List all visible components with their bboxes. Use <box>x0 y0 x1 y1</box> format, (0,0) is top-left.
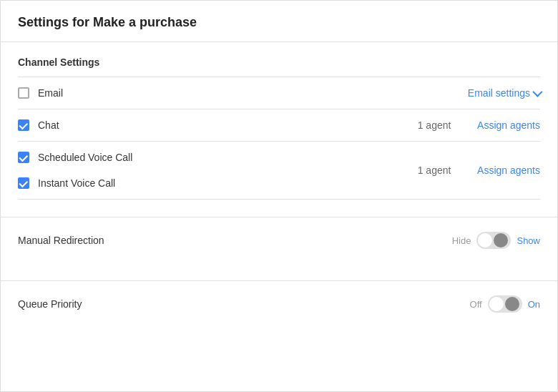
chat-channel-name: Chat <box>38 119 59 131</box>
queue-priority-toggle[interactable] <box>488 295 522 313</box>
queue-priority-label: Queue Priority <box>18 298 470 310</box>
manual-redirection-row: Manual Redirection Hide Show <box>1 217 557 263</box>
spacer2 <box>1 263 557 280</box>
channel-list: Email Email settings Chat 1 agent As <box>18 77 540 200</box>
chat-checkbox[interactable] <box>18 119 29 131</box>
page-container: Settings for Make a purchase Channel Set… <box>0 0 558 392</box>
manual-redirection-label: Manual Redirection <box>18 235 452 246</box>
chat-channel-row: Chat 1 agent Assign agents <box>18 109 540 142</box>
chat-agent-count: 1 agent <box>406 119 463 131</box>
chevron-down-icon <box>532 87 542 97</box>
scheduled-voice-checkbox[interactable] <box>18 152 29 163</box>
voice-channel-group: Scheduled Voice Call Instant Voice Call … <box>18 142 540 200</box>
toggle-thumb <box>494 233 508 248</box>
email-channel-row: Email Email settings <box>18 77 540 109</box>
toggle-track-left <box>478 233 492 248</box>
instant-voice-row: Instant Voice Call <box>18 170 406 199</box>
email-settings-link[interactable]: Email settings <box>468 87 540 99</box>
email-checkbox[interactable] <box>18 87 29 99</box>
email-checkbox-area: Email <box>18 87 468 99</box>
scheduled-voice-checkbox-area: Scheduled Voice Call <box>18 152 406 163</box>
voice-agent-count: 1 agent <box>406 165 463 176</box>
voice-assign-agents-link[interactable]: Assign agents <box>477 165 540 176</box>
queue-priority-off-label: Off <box>470 299 482 310</box>
channel-settings-title: Channel Settings <box>18 57 540 68</box>
toggle-track-left-2 <box>489 297 504 311</box>
manual-redirection-toggle-container: Hide Show <box>452 232 540 249</box>
instant-voice-checkbox[interactable] <box>18 177 29 189</box>
page-header: Settings for Make a purchase <box>1 1 557 42</box>
manual-redirection-hide-label: Hide <box>452 235 471 246</box>
channel-settings-section: Channel Settings Email Email settings <box>1 42 557 200</box>
chat-checkbox-area: Chat <box>18 119 406 131</box>
spacer <box>1 200 557 217</box>
email-channel-name: Email <box>38 87 63 99</box>
chat-assign-agents-link[interactable]: Assign agents <box>477 119 540 131</box>
email-row-right: Email settings <box>468 87 540 99</box>
chat-row-right: 1 agent Assign agents <box>406 119 540 131</box>
scheduled-voice-row: Scheduled Voice Call <box>18 142 406 170</box>
toggle-thumb-2 <box>505 297 519 311</box>
queue-priority-row: Queue Priority Off On <box>1 280 557 327</box>
queue-priority-on-label: On <box>528 299 540 310</box>
scheduled-voice-name: Scheduled Voice Call <box>38 152 132 163</box>
page-title: Settings for Make a purchase <box>18 15 540 30</box>
queue-priority-toggle-container: Off On <box>470 295 540 313</box>
manual-redirection-toggle[interactable] <box>476 232 511 249</box>
instant-voice-checkbox-area: Instant Voice Call <box>18 177 406 189</box>
voice-row-right: 1 agent Assign agents <box>406 165 540 176</box>
instant-voice-name: Instant Voice Call <box>38 177 115 189</box>
manual-redirection-show-label: Show <box>517 235 540 246</box>
